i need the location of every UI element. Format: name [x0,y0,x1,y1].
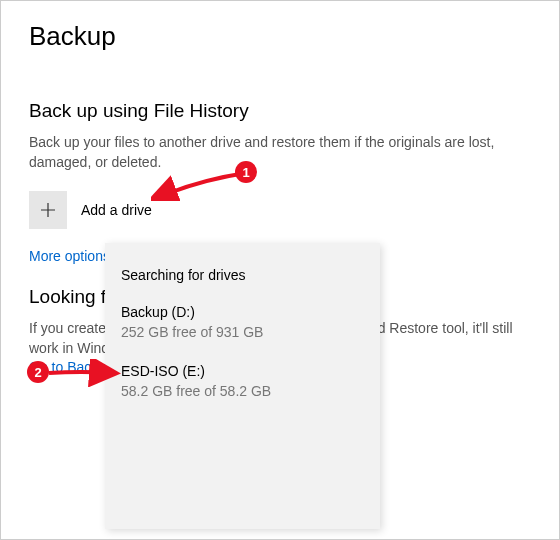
drive-name: Backup (D:) [121,303,364,323]
plus-icon [29,191,67,229]
drive-name: ESD-ISO (E:) [121,362,364,382]
drive-item-esd-iso-e[interactable]: ESD-ISO (E:) 58.2 GB free of 58.2 GB [121,362,364,401]
add-drive-label: Add a drive [81,202,152,218]
drive-selection-popup: Searching for drives Backup (D:) 252 GB … [105,243,380,529]
page-title: Backup [29,21,531,52]
section-file-history-title: Back up using File History [29,100,531,122]
add-drive-button[interactable]: Add a drive [29,191,531,229]
drive-item-backup-d[interactable]: Backup (D:) 252 GB free of 931 GB [121,303,364,342]
drive-space: 58.2 GB free of 58.2 GB [121,382,364,402]
popup-header: Searching for drives [121,267,364,283]
more-options-link[interactable]: More options [29,248,110,264]
section-file-history-desc: Back up your files to another drive and … [29,132,531,173]
drive-space: 252 GB free of 931 GB [121,323,364,343]
